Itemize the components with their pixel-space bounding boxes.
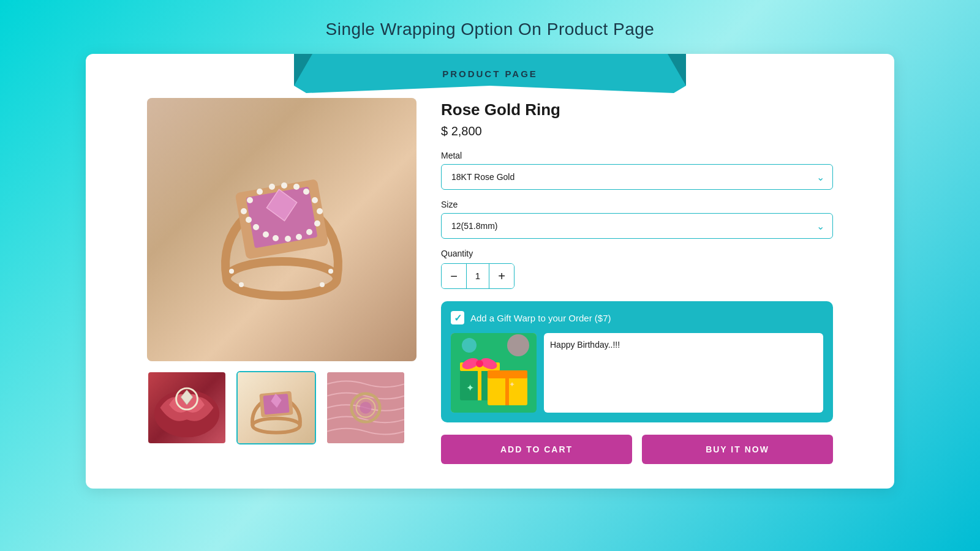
quantity-value: 1: [466, 264, 489, 288]
svg-point-22: [263, 231, 269, 238]
svg-point-40: [360, 402, 371, 413]
gift-wrap-image: ✦ ✦: [451, 333, 537, 413]
gift-message-text[interactable]: Happy Birthday..!!!: [550, 340, 620, 350]
svg-point-3: [227, 261, 337, 296]
main-product-image: [147, 98, 417, 361]
quantity-increase-button[interactable]: +: [489, 264, 514, 288]
svg-point-8: [241, 208, 247, 214]
svg-point-53: [507, 334, 529, 356]
svg-point-24: [246, 217, 252, 223]
svg-point-10: [257, 189, 263, 195]
product-info: Rose Gold Ring $ 2,800 Metal 18KT Rose G…: [441, 98, 833, 464]
gift-wrap-section: ✓ Add a Gift Warp to your Order ($7): [441, 301, 833, 422]
svg-point-27: [328, 269, 333, 274]
checkmark-icon: ✓: [454, 312, 462, 324]
gift-wrap-header: ✓ Add a Gift Warp to your Order ($7): [451, 311, 823, 324]
gift-message-area: Happy Birthday..!!!: [544, 333, 823, 413]
image-section: [147, 98, 417, 464]
quantity-control: − 1 +: [441, 263, 514, 289]
product-card: PRODUCT PAGE: [86, 54, 894, 489]
svg-point-13: [293, 184, 300, 190]
svg-point-26: [239, 282, 244, 287]
svg-point-16: [317, 208, 323, 214]
action-buttons: ADD TO CART BUY IT NOW: [441, 435, 833, 464]
svg-point-12: [281, 182, 287, 189]
svg-point-18: [306, 229, 312, 235]
quantity-label: Quantity: [441, 249, 833, 258]
svg-point-17: [314, 220, 320, 227]
svg-text:✦: ✦: [509, 380, 515, 389]
svg-point-25: [229, 269, 234, 274]
svg-text:✦: ✦: [466, 383, 474, 393]
gift-wrap-label: Add a Gift Warp to your Order ($7): [470, 313, 611, 323]
svg-point-47: [476, 360, 483, 367]
svg-point-9: [247, 197, 253, 203]
svg-point-20: [285, 236, 291, 242]
page-title: Single Wrapping Option On Product Page: [326, 20, 655, 39]
svg-point-28: [320, 282, 325, 287]
buy-it-now-button[interactable]: BUY IT NOW: [642, 435, 833, 464]
gift-wrap-content: ✦ ✦ Happy Birthday..!!!: [451, 333, 823, 413]
banner: PRODUCT PAGE: [294, 54, 686, 93]
thumbnail-row: [147, 371, 417, 444]
svg-point-23: [253, 224, 259, 230]
size-select[interactable]: 12(51.8mm): [441, 213, 833, 239]
svg-point-54: [462, 338, 477, 353]
thumbnail-3[interactable]: [326, 371, 405, 444]
metal-select[interactable]: 18KT Rose Gold: [441, 164, 833, 190]
thumbnail-2[interactable]: [236, 371, 316, 444]
banner-text: PRODUCT PAGE: [442, 69, 538, 79]
quantity-decrease-button[interactable]: −: [442, 264, 466, 288]
size-select-wrapper: 12(51.8mm) ⌄: [441, 213, 833, 239]
product-price: $ 2,800: [441, 124, 833, 138]
add-to-cart-button[interactable]: ADD TO CART: [441, 435, 632, 464]
svg-point-19: [296, 234, 302, 240]
thumbnail-1[interactable]: [147, 371, 227, 444]
size-label: Size: [441, 200, 833, 209]
svg-point-15: [312, 197, 318, 203]
product-layout: Rose Gold Ring $ 2,800 Metal 18KT Rose G…: [86, 98, 894, 464]
svg-point-21: [273, 235, 279, 241]
metal-select-wrapper: 18KT Rose Gold ⌄: [441, 164, 833, 190]
metal-label: Metal: [441, 151, 833, 160]
svg-point-33: [252, 418, 300, 432]
gift-wrap-checkbox[interactable]: ✓: [451, 311, 464, 324]
svg-point-14: [303, 189, 309, 195]
svg-point-11: [269, 184, 275, 190]
product-name: Rose Gold Ring: [441, 100, 833, 119]
